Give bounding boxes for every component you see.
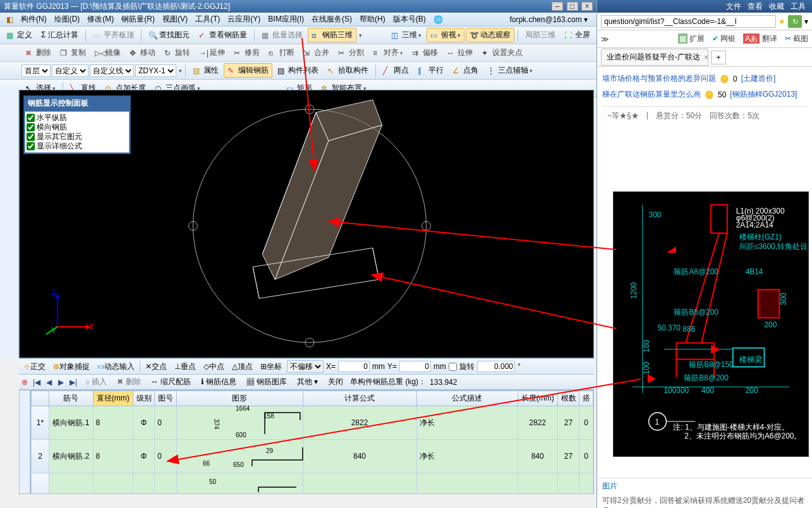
3d-viewport[interactable]: Z X Y 钢筋显示控制面板 水平纵筋 横向钢筋 显示其它图元 显示详细公式: [19, 90, 594, 358]
browser-tab[interactable]: 业造价问题答疑平台-广联达×: [601, 49, 708, 66]
break-button[interactable]: ⎋打断: [265, 45, 298, 60]
findent-button[interactable]: 🔍查找图元: [145, 28, 193, 42]
rebar-display-panel[interactable]: 钢筋显示控制面板 水平纵筋 横向钢筋 显示其它图元 显示详细公式: [23, 95, 131, 154]
user-account[interactable]: forpk.chen@163.com ▾: [507, 14, 590, 25]
minimize-button[interactable]: ‒: [552, 2, 563, 11]
y-input[interactable]: [399, 361, 431, 372]
menu-online[interactable]: 在线服务(S): [309, 13, 354, 26]
scalebar-button[interactable]: ↔ 缩尺配筋: [148, 375, 194, 389]
question-link[interactable]: 梯在广联达钢筋算量里怎么画: [602, 89, 701, 100]
category[interactable]: [土建造价]: [741, 73, 776, 84]
intersect-snap[interactable]: ✕ 交点: [143, 360, 169, 373]
define-button[interactable]: ▦定义: [3, 28, 36, 42]
fav-menu[interactable]: 收藏: [769, 1, 784, 11]
flatslab-button[interactable]: ▭平齐板顶: [89, 28, 138, 42]
nav-last[interactable]: ▶|: [68, 378, 78, 387]
close-button[interactable]: ×: [581, 2, 593, 11]
pickcomp-button[interactable]: ↖拾取构件: [324, 63, 372, 78]
panel-item-hrebar[interactable]: 水平纵筋: [27, 113, 128, 123]
menu-component[interactable]: 构件(N): [18, 13, 49, 26]
custom-select[interactable]: 自定义: [52, 64, 88, 77]
mid-snap[interactable]: ◇ 中点: [201, 360, 227, 373]
menu-view[interactable]: 视图(V): [160, 13, 190, 26]
menu-help[interactable]: 帮助(H): [357, 13, 388, 26]
ext-screenshot[interactable]: ✂ 截图: [785, 33, 808, 44]
menu-draw[interactable]: 绘图(D): [52, 13, 83, 26]
menu-cloud[interactable]: 云应用(Y): [225, 13, 263, 26]
menu-tool[interactable]: 工具(T): [193, 13, 222, 26]
split-button[interactable]: ✂分割: [334, 45, 368, 60]
extend-button[interactable]: →|延伸: [195, 45, 229, 60]
other-button[interactable]: 其他 ▾: [294, 375, 321, 389]
rebar-lib-button[interactable]: ▦ 钢筋图库: [243, 375, 289, 389]
viewrebar-button[interactable]: ✓查看钢筋量: [195, 28, 251, 42]
triaux-button[interactable]: ⋮三点辅轴▾: [483, 63, 536, 78]
ext-expand[interactable]: ▦ 扩展: [678, 33, 705, 44]
3d-button[interactable]: ◫三维▾: [387, 28, 425, 42]
stretch-button[interactable]: ↔拉伸: [443, 45, 476, 60]
batchsel-button[interactable]: ▦批量选择: [258, 28, 306, 42]
offset-button[interactable]: ⇉偏移: [408, 45, 442, 60]
list-item[interactable]: 墙市场价格与预算价格的差异问题 🪙 0 [土建造价]: [602, 71, 807, 87]
panel-item-vrebar[interactable]: 横向钢筋: [27, 123, 128, 132]
close-panel-icon[interactable]: ⊗: [21, 378, 28, 387]
rebar-info-button[interactable]: ℹ 钢筋信息: [198, 375, 239, 389]
delete-button[interactable]: ✖删除: [21, 45, 55, 60]
menu-modify[interactable]: 修改(M): [85, 13, 116, 26]
ext-translate[interactable]: Aあ 翻译: [743, 33, 777, 44]
rebar3d-button[interactable]: ⧈钢筋三维: [308, 28, 356, 42]
offset-mode-select[interactable]: 不偏移: [287, 360, 324, 373]
table-row[interactable]: 2 横向钢筋.2 8 Φ 0 29 650 66 840 净长 840 27: [32, 440, 593, 473]
sumcalc-button[interactable]: Σ 汇总计算: [37, 28, 82, 42]
copy-button[interactable]: ❐复制: [56, 45, 90, 60]
file-menu[interactable]: 文件: [726, 1, 741, 11]
mirror-button[interactable]: ▷◁镜像: [91, 45, 124, 60]
merge-button[interactable]: ⇲合并: [300, 45, 333, 60]
apex-snap[interactable]: △ 顶点: [229, 360, 255, 373]
more-icon[interactable]: ≫: [601, 35, 609, 44]
editrebar-button[interactable]: ✎编辑钢筋: [224, 63, 272, 78]
topview-button[interactable]: ▭俯视▾: [427, 28, 464, 42]
move-button[interactable]: ✥移动: [126, 45, 159, 60]
rot-input[interactable]: [477, 361, 515, 372]
view-menu[interactable]: 查看: [748, 1, 763, 11]
coord-snap[interactable]: ⊞ 坐标: [258, 360, 284, 373]
dropdown-icon[interactable]: ▾: [179, 68, 182, 74]
fullscreen-button[interactable]: ⛶全屏: [561, 28, 594, 42]
rotate-button[interactable]: ↻旋转: [161, 45, 194, 60]
menu-rebar[interactable]: 钢筋量(R): [119, 13, 157, 26]
panel-item-other[interactable]: 显示其它图元: [27, 132, 128, 142]
close-button[interactable]: 关闭: [325, 375, 346, 389]
ortho-toggle[interactable]: ⊹ 正交: [21, 360, 48, 373]
rotate-checkbox[interactable]: [449, 363, 457, 371]
rebar-grid[interactable]: 筋号 直径(mm) 级别 图号 图形 计算公式 公式描述 长度(mm) 根数 搭…: [30, 390, 594, 494]
category[interactable]: [钢筋抽样GGJ2013]: [730, 89, 797, 100]
ptangle-button[interactable]: ∠点角: [449, 63, 482, 78]
dynview-button[interactable]: ➰动态观察: [466, 28, 514, 42]
ext-bank[interactable]: ✔ 网银: [712, 33, 736, 44]
new-tab-button[interactable]: +: [711, 51, 726, 64]
tool-menu[interactable]: 工具: [791, 1, 806, 11]
floor-select[interactable]: 首层: [21, 64, 51, 77]
tool-icon[interactable]: ◧: [4, 14, 16, 25]
question-link[interactable]: 墙市场价格与预算价格的差异问题: [602, 73, 716, 84]
go-button[interactable]: ↻: [788, 15, 802, 28]
perp-snap[interactable]: ⊥ 垂点: [172, 360, 198, 373]
part3d-button[interactable]: 局部三维: [521, 28, 559, 42]
nav-prev[interactable]: ◀: [44, 378, 54, 387]
dropdown-icon[interactable]: ▾: [804, 17, 808, 26]
maximize-button[interactable]: □: [567, 2, 578, 11]
star-icon[interactable]: ★: [779, 17, 785, 26]
close-tab-icon[interactable]: ×: [704, 53, 708, 62]
code-select[interactable]: ZDYX-1: [135, 64, 176, 77]
complist-button[interactable]: ▤构件列表: [274, 63, 322, 78]
insert-row-button[interactable]: ⎀ 插入: [82, 375, 110, 389]
nav-first[interactable]: |◀: [32, 378, 42, 387]
attr-button[interactable]: ▤属性: [189, 63, 222, 78]
dyninput-toggle[interactable]: ▭ 动态输入: [95, 360, 137, 373]
url-input[interactable]: [601, 15, 776, 28]
menu-version[interactable]: 版本号(B): [391, 13, 428, 26]
table-row[interactable]: 50: [32, 473, 593, 495]
picture-label[interactable]: 图片: [602, 481, 807, 492]
world-icon[interactable]: 🌐: [431, 14, 445, 25]
